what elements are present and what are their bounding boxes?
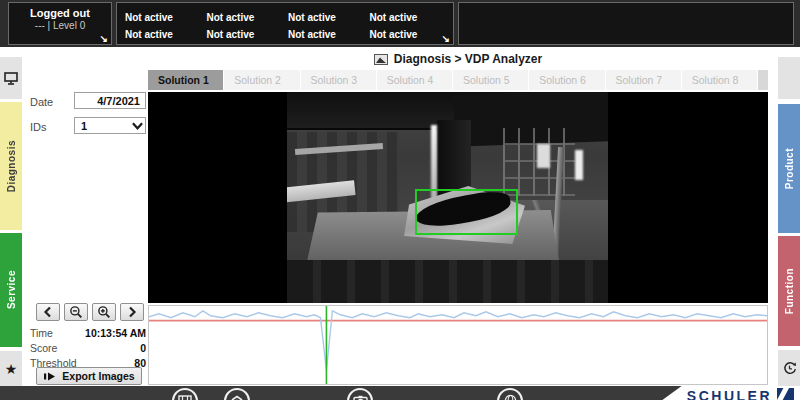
detection-box-overlay [415, 189, 518, 235]
tab-solution-8[interactable]: Solution 8 [682, 70, 757, 90]
score-chart-canvas [149, 306, 767, 384]
chevron-right-icon [127, 306, 137, 318]
tab-solution-6[interactable]: Solution 6 [529, 70, 604, 90]
rail-tab-product[interactable]: Product [778, 104, 800, 233]
status-cell: Not active [203, 29, 285, 40]
status-cell: Not active [284, 12, 366, 23]
date-label: Date [30, 96, 53, 108]
machine-status-panel[interactable]: Not active Not active Not active Not act… [116, 2, 454, 45]
scene-highlight [537, 144, 550, 168]
brand-logo-text: SCHULER [687, 388, 772, 400]
vdp-analyzer-screen: Logged out --- | Level 0 ↘ Not active No… [0, 0, 800, 400]
chevron-down-icon [129, 122, 145, 130]
globe-icon [504, 394, 517, 400]
export-arrow-icon [43, 371, 56, 382]
export-images-label: Export Images [62, 370, 134, 382]
press-menu-button[interactable] [172, 388, 198, 400]
brand-swoosh: SCHULER [640, 386, 800, 400]
rail-tab-service[interactable]: Service [0, 233, 22, 347]
export-images-button[interactable]: Export Images [36, 367, 142, 385]
score-value: 0 [140, 342, 146, 354]
star-icon: ★ [5, 361, 18, 377]
ids-label: IDs [30, 121, 47, 133]
favorites-button[interactable]: ★ [0, 351, 22, 386]
login-level: --- | Level 0 [9, 20, 111, 31]
date-input[interactable] [74, 92, 146, 109]
history-button[interactable] [778, 350, 800, 386]
history-icon [782, 361, 797, 376]
score-row: Score 0 [30, 342, 146, 354]
tab-strip-filler [758, 70, 768, 90]
status-cell: Not active [366, 12, 448, 23]
status-cell: Not active [366, 29, 448, 40]
page-title: Diagnosis > VDP Analyzer [394, 52, 542, 66]
status-cell: Not active [203, 12, 285, 23]
time-row: Time 10:13:54 AM [30, 327, 146, 339]
expand-arrow-icon[interactable]: ↘ [442, 34, 450, 44]
image-nav-controls [36, 303, 144, 321]
camera-icon [353, 395, 368, 400]
tab-solution-2[interactable]: Solution 2 [224, 70, 299, 90]
tab-solution-5[interactable]: Solution 5 [453, 70, 528, 90]
rail-spacer [778, 57, 800, 99]
globe-menu-button[interactable] [497, 388, 523, 400]
picture-icon [374, 54, 388, 65]
tab-solution-3[interactable]: Solution 3 [301, 70, 376, 90]
time-value: 10:13:54 AM [85, 327, 146, 339]
ids-value: 1 [75, 120, 129, 132]
press-icon [178, 395, 192, 400]
monitor-icon [4, 72, 18, 85]
zoom-in-icon [97, 305, 111, 319]
rail-tab-function[interactable]: Function [778, 236, 800, 346]
screen-select-button[interactable] [0, 57, 22, 99]
score-series-line [149, 311, 767, 370]
score-chart[interactable] [148, 305, 768, 385]
zoom-out-icon [69, 305, 83, 319]
zoom-out-button[interactable] [64, 303, 88, 321]
time-label: Time [30, 327, 53, 339]
rail-tab-function-label: Function [784, 268, 795, 314]
status-cell: Not active [284, 29, 366, 40]
camera-menu-button[interactable] [347, 388, 373, 400]
scene-press-base [287, 260, 608, 303]
login-status-panel[interactable]: Logged out --- | Level 0 ↘ [8, 2, 112, 45]
rail-tab-diagnosis-label: Diagnosis [6, 140, 17, 192]
scene-highlight [575, 150, 583, 180]
status-cell: Not active [121, 29, 203, 40]
zoom-in-button[interactable] [92, 303, 116, 321]
chevron-left-icon [43, 306, 53, 318]
rail-tab-product-label: Product [784, 148, 795, 189]
camera-viewer [148, 92, 768, 303]
login-status: Logged out [9, 7, 111, 19]
layers-icon [230, 394, 244, 400]
status-grid: Not active Not active Not active Not act… [121, 9, 447, 43]
top-status-bar: Logged out --- | Level 0 ↘ Not active No… [0, 0, 800, 47]
expand-arrow-icon[interactable]: ↘ [100, 34, 108, 44]
rail-tab-service-label: Service [6, 270, 17, 309]
layers-menu-button[interactable] [224, 388, 250, 400]
tab-solution-1[interactable]: Solution 1 [148, 70, 223, 90]
previous-image-button[interactable] [36, 303, 60, 321]
status-cell: Not active [121, 12, 203, 23]
empty-status-panel [458, 2, 794, 45]
ids-select[interactable]: 1 [74, 117, 146, 134]
next-image-button[interactable] [120, 303, 144, 321]
score-label: Score [30, 342, 57, 354]
solution-tabs: Solution 1 Solution 2 Solution 3 Solutio… [148, 70, 768, 90]
bottom-toolbar: SCHULER [0, 386, 800, 400]
page-header: Diagnosis > VDP Analyzer [148, 51, 768, 67]
tab-solution-7[interactable]: Solution 7 [606, 70, 681, 90]
rail-tab-diagnosis[interactable]: Diagnosis [0, 102, 22, 230]
tab-solution-4[interactable]: Solution 4 [377, 70, 452, 90]
brand-logo-mark [777, 388, 794, 400]
